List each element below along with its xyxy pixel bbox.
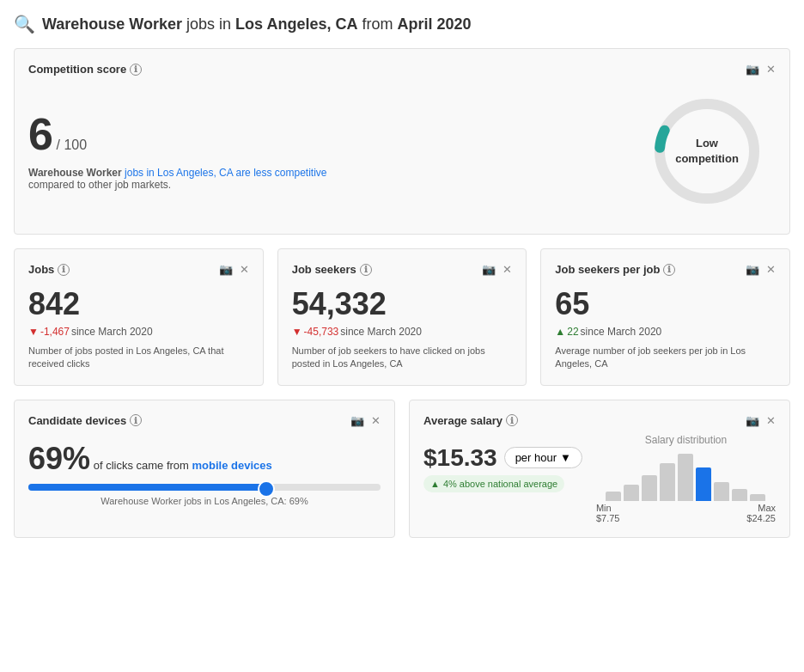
above-arrow-icon: ▲ — [430, 479, 440, 489]
jobs-number: 842 — [28, 286, 249, 322]
dist-bar-8 — [750, 494, 765, 501]
jobs-down-arrow: ▼ — [28, 326, 39, 338]
jobs-change-label: since March 2020 — [71, 326, 153, 338]
progress-label: Warehouse Worker jobs in Los Angeles, CA… — [28, 496, 381, 506]
average-salary-actions: 📷 ✕ — [746, 414, 776, 427]
score-description: Warehouse Worker jobs in Los Angeles, CA… — [28, 167, 355, 191]
seekers-per-job-change: ▲ 22 since March 2020 — [555, 326, 776, 338]
competition-score-card: Competition score ℹ 📷 ✕ 6 / 100 Warehous… — [14, 48, 790, 235]
progress-bar-fill — [28, 484, 271, 491]
jobs-camera-icon[interactable]: 📷 — [219, 263, 233, 276]
dist-bar-2 — [642, 475, 657, 501]
seekers-down-arrow: ▼ — [292, 326, 302, 338]
competition-donut-chart: Low competition — [638, 82, 776, 220]
title-location: Los Angeles, CA — [235, 15, 357, 33]
donut-label: Low competition — [675, 136, 739, 167]
jobs-change: ▼ -1,467 since March 2020 — [28, 326, 249, 338]
average-salary-card: Average salary ℹ 📷 ✕ $15.33 per hour ▼ — [409, 400, 790, 538]
competition-close-icon[interactable]: ✕ — [766, 63, 776, 76]
seekers-per-job-card-title: Job seekers per job ℹ — [555, 263, 675, 276]
seekers-per-job-number: 65 — [555, 286, 776, 322]
candidate-devices-pct: 69% — [28, 441, 90, 476]
score-number: 6 — [28, 109, 53, 159]
jobs-info-icon[interactable]: ℹ — [58, 264, 70, 276]
seekers-change-value: -45,733 — [304, 326, 339, 338]
competition-info-icon[interactable]: ℹ — [130, 64, 142, 76]
stats-cards-row: Jobs ℹ 📷 ✕ 842 ▼ -1,467 since March 2020… — [14, 248, 790, 386]
average-salary-header: Average salary ℹ 📷 ✕ — [423, 414, 776, 427]
dist-title: Salary distribution — [596, 434, 776, 446]
dist-min-label: Min $7.75 — [596, 503, 620, 523]
candidate-devices-close-icon[interactable]: ✕ — [371, 414, 381, 427]
seekers-per-job-change-value: 22 — [567, 326, 578, 338]
title-job: Warehouse Worker — [42, 15, 182, 33]
salary-main: $15.33 per hour ▼ ▲ 4% above national av… — [423, 434, 776, 523]
title-suffix: from — [362, 15, 397, 33]
average-salary-close-icon[interactable]: ✕ — [766, 414, 776, 427]
salary-above-national: ▲ 4% above national average — [423, 475, 564, 492]
seekers-card-title: Job seekers ℹ — [292, 263, 372, 276]
seekers-camera-icon[interactable]: 📷 — [482, 263, 496, 276]
salary-left: $15.33 per hour ▼ ▲ 4% above national av… — [423, 434, 582, 523]
dist-max-label: Max $24.25 — [746, 503, 776, 523]
title-date: April 2020 — [398, 15, 472, 33]
salary-amount: $15.33 — [423, 444, 497, 472]
score-max: / 100 — [57, 137, 88, 152]
seekers-close-icon[interactable]: ✕ — [502, 263, 512, 276]
seekers-per-job-card-header: Job seekers per job ℹ 📷 ✕ — [555, 263, 776, 276]
candidate-devices-info-icon[interactable]: ℹ — [130, 414, 142, 426]
competition-card-actions: 📷 ✕ — [746, 63, 776, 76]
dist-bar-7 — [732, 489, 747, 501]
seekers-info-icon[interactable]: ℹ — [360, 264, 372, 276]
seekers-change: ▼ -45,733 since March 2020 — [292, 326, 513, 338]
seekers-per-job-description: Average number of job seekers per job in… — [555, 345, 776, 371]
seekers-card-actions: 📷 ✕ — [482, 263, 512, 276]
progress-bar-container — [28, 484, 381, 491]
competition-left: 6 / 100 Warehouse Worker jobs in Los Ang… — [28, 112, 638, 191]
jobs-card: Jobs ℹ 📷 ✕ 842 ▼ -1,467 since March 2020… — [14, 248, 264, 386]
title-middle: jobs in — [186, 15, 235, 33]
dist-bar-6 — [714, 482, 729, 501]
salary-top: $15.33 per hour ▼ — [423, 444, 582, 472]
seekers-description: Number of job seekers to have clicked on… — [292, 345, 513, 371]
jobs-card-actions: 📷 ✕ — [219, 263, 249, 276]
search-icon: 🔍 — [14, 14, 35, 34]
average-salary-info-icon[interactable]: ℹ — [506, 414, 518, 426]
jobs-description: Number of jobs posted in Los Angeles, CA… — [28, 345, 249, 371]
dist-bar-3 — [660, 463, 675, 501]
seekers-per-job-info-icon[interactable]: ℹ — [663, 264, 675, 276]
competition-camera-icon[interactable]: 📷 — [746, 63, 759, 76]
competition-inner: 6 / 100 Warehouse Worker jobs in Los Ang… — [28, 82, 776, 220]
jobs-card-header: Jobs ℹ 📷 ✕ — [28, 263, 249, 276]
seekers-per-job-up-arrow: ▲ — [555, 326, 565, 338]
page-title: 🔍 Warehouse Worker jobs in Los Angeles, … — [14, 14, 790, 34]
average-salary-camera-icon[interactable]: 📷 — [746, 414, 759, 427]
competition-card-title: Competition score ℹ — [28, 63, 142, 76]
seekers-per-job-card: Job seekers per job ℹ 📷 ✕ 65 ▲ 22 since … — [540, 248, 790, 386]
dist-labels: Min $7.75 Max $24.25 — [596, 503, 776, 523]
average-salary-title: Average salary ℹ — [423, 414, 518, 427]
seekers-card-header: Job seekers ℹ 📷 ✕ — [292, 263, 513, 276]
competition-card-header: Competition score ℹ 📷 ✕ — [28, 63, 776, 76]
jobs-card-title: Jobs ℹ — [28, 263, 70, 276]
seekers-per-job-camera-icon[interactable]: 📷 — [746, 263, 759, 276]
candidate-devices-body: 69% of clicks came from mobile devices — [28, 441, 381, 477]
competition-score-display: 6 / 100 — [28, 112, 638, 156]
dist-bar-5 — [696, 467, 711, 501]
seekers-per-job-card-actions: 📷 ✕ — [746, 263, 776, 276]
candidate-devices-actions: 📷 ✕ — [350, 414, 381, 427]
salary-period-button[interactable]: per hour ▼ — [504, 447, 582, 468]
bottom-row: Candidate devices ℹ 📷 ✕ 69% of clicks ca… — [14, 400, 790, 538]
candidate-devices-header: Candidate devices ℹ 📷 ✕ — [28, 414, 381, 427]
candidate-devices-camera-icon[interactable]: 📷 — [350, 414, 364, 427]
dist-bar-4 — [678, 454, 693, 501]
seekers-change-label: since March 2020 — [340, 326, 422, 338]
seekers-card: Job seekers ℹ 📷 ✕ 54,332 ▼ -45,733 since… — [277, 248, 527, 386]
seekers-per-job-close-icon[interactable]: ✕ — [766, 263, 776, 276]
salary-distribution-section: Salary distribution Min $7.75 Max $24.25 — [596, 434, 776, 523]
seekers-per-job-change-label: since March 2020 — [581, 326, 662, 338]
dist-chart — [596, 449, 776, 501]
candidate-devices-desc: of clicks came from mobile devices — [94, 459, 272, 472]
jobs-close-icon[interactable]: ✕ — [240, 263, 249, 276]
jobs-change-value: -1,467 — [40, 326, 70, 338]
